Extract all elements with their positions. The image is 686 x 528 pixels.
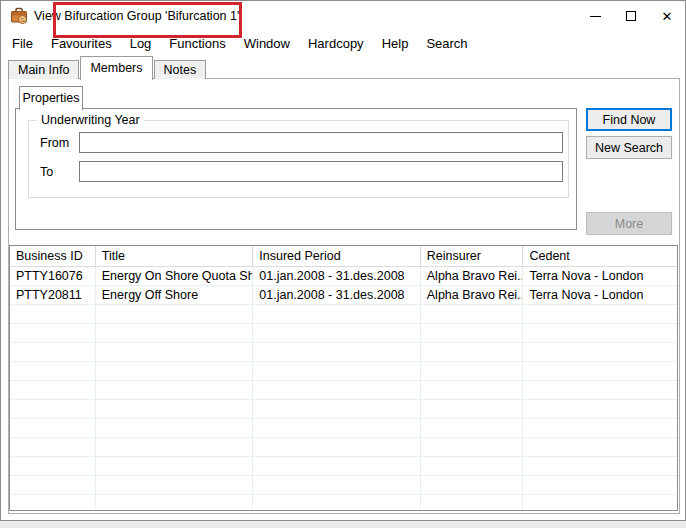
table-cell — [523, 457, 677, 475]
column-header-title[interactable]: Title — [96, 246, 254, 266]
table-cell — [253, 343, 421, 361]
table-cell — [421, 495, 524, 511]
table-row-empty[interactable] — [10, 343, 677, 362]
table-row-empty[interactable] — [10, 362, 677, 381]
table-cell — [253, 438, 421, 456]
minimize-icon — [590, 16, 601, 17]
tab-main-info[interactable]: Main Info — [8, 60, 79, 79]
table-row-empty[interactable] — [10, 324, 677, 343]
table-cell — [421, 305, 524, 323]
table-cell — [253, 457, 421, 475]
table-cell: 01.jan.2008 - 31.des.2008 — [253, 267, 421, 285]
table-cell — [10, 362, 96, 380]
table-cell — [421, 362, 524, 380]
menu-item-hardcopy[interactable]: Hardcopy — [299, 31, 373, 57]
table-cell: PTTY20811 — [10, 286, 96, 304]
find-now-button[interactable]: Find Now — [586, 108, 672, 131]
table-cell — [96, 343, 254, 361]
table-cell — [421, 438, 524, 456]
menu-item-window[interactable]: Window — [235, 31, 299, 57]
minimize-button[interactable] — [577, 1, 613, 31]
svg-text:G: G — [20, 17, 25, 23]
menu-item-file[interactable]: File — [3, 31, 42, 57]
column-header-reinsurer[interactable]: Reinsurer — [421, 246, 524, 266]
table-cell: Terra Nova - London — [523, 286, 677, 304]
table-row-empty[interactable] — [10, 457, 677, 476]
table-cell — [253, 324, 421, 342]
table-cell — [96, 457, 254, 475]
table-cell — [421, 457, 524, 475]
table-cell — [96, 305, 254, 323]
table-cell — [523, 324, 677, 342]
briefcase-icon: G — [10, 7, 28, 25]
table-row-empty[interactable] — [10, 419, 677, 438]
table-cell: PTTY16076 — [10, 267, 96, 285]
table-cell — [421, 400, 524, 418]
maximize-button[interactable] — [613, 1, 649, 31]
table-cell — [421, 419, 524, 437]
table-cell — [10, 305, 96, 323]
table-cell — [253, 381, 421, 399]
menu-item-search[interactable]: Search — [417, 31, 476, 57]
table-cell: Energy Off Shore — [96, 286, 254, 304]
table-row[interactable]: PTTY16076Energy On Shore Quota Share01.j… — [10, 267, 677, 286]
table-row[interactable]: PTTY20811Energy Off Shore01.jan.2008 - 3… — [10, 286, 677, 305]
close-button[interactable]: ✕ — [649, 1, 685, 31]
column-header-business-id[interactable]: Business ID — [10, 246, 96, 266]
table-row-empty[interactable] — [10, 476, 677, 495]
table-cell — [96, 362, 254, 380]
members-tab-page: Properties Underwriting Year From To Fin… — [8, 78, 680, 514]
tab-properties[interactable]: Properties — [19, 86, 83, 110]
table-cell — [253, 419, 421, 437]
table-cell — [523, 400, 677, 418]
results-table: Business IDTitleInsured PeriodReinsurerC… — [9, 245, 678, 511]
tab-notes[interactable]: Notes — [154, 60, 207, 79]
underwriting-year-groupbox: Underwriting Year From To — [28, 120, 569, 198]
table-cell — [421, 343, 524, 361]
table-cell — [10, 457, 96, 475]
table-cell — [523, 419, 677, 437]
menu-item-help[interactable]: Help — [373, 31, 418, 57]
table-cell — [523, 495, 677, 511]
underwriting-year-label: Underwriting Year — [37, 113, 144, 127]
table-row-empty[interactable] — [10, 438, 677, 457]
table-cell — [523, 438, 677, 456]
table-cell: 01.jan.2008 - 31.des.2008 — [253, 286, 421, 304]
menu-item-log[interactable]: Log — [121, 31, 161, 57]
column-header-insured-period[interactable]: Insured Period — [253, 246, 421, 266]
table-cell — [523, 343, 677, 361]
tab-strip: Main InfoMembersNotes — [8, 57, 207, 79]
new-search-button[interactable]: New Search — [586, 136, 672, 159]
table-cell — [96, 400, 254, 418]
table-row-empty[interactable] — [10, 305, 677, 324]
to-input[interactable] — [79, 161, 563, 182]
table-cell — [421, 324, 524, 342]
table-cell — [10, 381, 96, 399]
menu-bar: FileFavouritesLogFunctionsWindowHardcopy… — [1, 31, 685, 57]
app-window: G View Bifurcation Group 'Bifurcation 1'… — [0, 0, 686, 521]
table-cell — [10, 495, 96, 511]
maximize-icon — [626, 11, 636, 21]
more-button[interactable]: More — [586, 212, 672, 235]
window-title: View Bifurcation Group 'Bifurcation 1' — [34, 1, 239, 31]
title-bar: G View Bifurcation Group 'Bifurcation 1'… — [1, 1, 685, 31]
table-cell — [523, 381, 677, 399]
table-cell — [421, 476, 524, 494]
table-cell — [10, 343, 96, 361]
column-header-cedent[interactable]: Cedent — [523, 246, 677, 266]
table-row-empty[interactable] — [10, 495, 677, 511]
menu-item-functions[interactable]: Functions — [160, 31, 234, 57]
menu-item-favourites[interactable]: Favourites — [42, 31, 121, 57]
table-cell — [96, 381, 254, 399]
table-cell: Energy On Shore Quota Share — [96, 267, 254, 285]
tab-members[interactable]: Members — [80, 56, 152, 80]
close-icon: ✕ — [662, 10, 673, 23]
table-cell — [10, 438, 96, 456]
table-cell — [96, 419, 254, 437]
table-cell — [253, 495, 421, 511]
table-cell — [523, 305, 677, 323]
table-row-empty[interactable] — [10, 400, 677, 419]
from-input[interactable] — [79, 132, 563, 153]
table-cell: Alpha Bravo Rei... — [421, 267, 524, 285]
table-row-empty[interactable] — [10, 381, 677, 400]
